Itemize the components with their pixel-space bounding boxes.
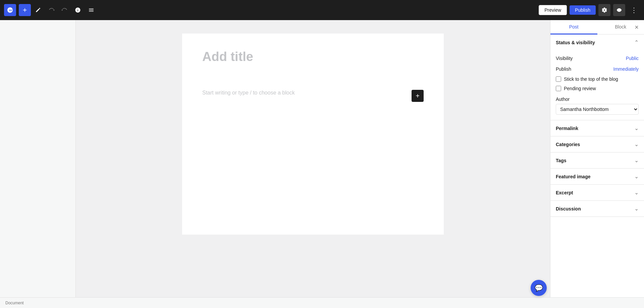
section-featured-image-title: Featured image [556,174,590,179]
section-status-visibility-content: Visibility Public Publish Immediately St… [550,50,644,120]
publish-value[interactable]: Immediately [613,66,639,72]
edit-button[interactable] [32,4,44,16]
settings-button[interactable] [598,4,610,16]
panel-tabs: Post Block × [550,20,644,35]
author-select[interactable]: Samantha Northbottom Admin Editor [556,104,639,115]
author-section: Author Samantha Northbottom Admin Editor [556,97,639,115]
post-title-input[interactable] [202,50,424,78]
visibility-label: Visibility [556,56,573,61]
publish-row: Publish Immediately [556,64,639,74]
section-categories: Categories ⌄ [550,136,644,152]
document-label: Document [5,301,24,305]
info-button[interactable] [72,4,84,16]
undo-redo-group [46,4,70,16]
section-featured-image-header[interactable]: Featured image ⌄ [550,169,644,184]
plus-icon: + [416,93,420,99]
preview-button[interactable]: Preview [539,5,567,15]
section-excerpt-title: Excerpt [556,190,573,195]
body-placeholder[interactable]: Start writing or type / to choose a bloc… [202,90,406,96]
right-panel: Post Block × Status & visibility ⌃ Visib… [550,20,644,297]
wp-logo[interactable] [4,4,16,16]
redo-button[interactable] [58,4,70,16]
section-categories-title: Categories [556,142,580,147]
section-discussion: Discussion ⌄ [550,201,644,217]
stick-to-top-checkbox[interactable] [556,76,561,82]
chevron-down-icon: ⌄ [634,189,639,196]
main-layout: Start writing or type / to choose a bloc… [0,20,644,297]
stick-to-top-label[interactable]: Stick to the top of the blog [564,76,618,82]
editor-area: Start writing or type / to choose a bloc… [76,20,550,297]
section-discussion-title: Discussion [556,206,581,211]
pending-review-label[interactable]: Pending review [564,86,596,91]
close-panel-button[interactable]: × [632,22,641,32]
publish-label: Publish [556,66,571,72]
chevron-down-icon: ⌄ [634,125,639,131]
chevron-down-icon: ⌄ [634,157,639,164]
section-permalink-header[interactable]: Permalink ⌄ [550,120,644,136]
section-status-visibility-header[interactable]: Status & visibility ⌃ [550,35,644,50]
author-label: Author [556,97,639,102]
add-block-inline-button[interactable]: + [412,90,424,102]
help-chat-button[interactable]: 💬 [531,280,547,296]
section-discussion-header[interactable]: Discussion ⌄ [550,201,644,217]
section-featured-image: Featured image ⌄ [550,169,644,185]
toolbar-right: Preview Publish ⋮ [539,4,640,16]
publish-button[interactable]: Publish [570,5,596,15]
more-options-button[interactable]: ⋮ [628,4,640,16]
section-status-visibility-title: Status & visibility [556,40,595,45]
add-block-toolbar-button[interactable] [19,4,31,16]
section-tags-header[interactable]: Tags ⌄ [550,152,644,168]
chat-icon: 💬 [535,284,543,292]
undo-button[interactable] [46,4,58,16]
chevron-down-icon: ⌄ [634,173,639,180]
section-status-visibility: Status & visibility ⌃ Visibility Public … [550,35,644,120]
section-categories-header[interactable]: Categories ⌄ [550,136,644,152]
section-tags: Tags ⌄ [550,152,644,169]
tab-post[interactable]: Post [550,20,597,35]
chevron-down-icon: ⌄ [634,205,639,212]
section-permalink: Permalink ⌄ [550,120,644,136]
stick-to-top-row: Stick to the top of the blog [556,74,639,84]
editor-content: Start writing or type / to choose a bloc… [182,34,444,235]
toolbar-left [4,4,97,16]
view-button[interactable] [613,4,625,16]
toolbar: Preview Publish ⋮ [0,0,644,20]
visibility-row: Visibility Public [556,53,639,64]
section-tags-title: Tags [556,158,567,163]
section-permalink-title: Permalink [556,126,578,131]
section-excerpt-header[interactable]: Excerpt ⌄ [550,185,644,200]
pending-review-row: Pending review [556,84,639,93]
pending-review-checkbox[interactable] [556,86,561,91]
chevron-down-icon: ⌄ [634,141,639,147]
left-sidebar [0,20,76,297]
body-area: Start writing or type / to choose a bloc… [202,90,424,102]
chevron-up-icon: ⌃ [634,39,639,46]
section-excerpt: Excerpt ⌄ [550,185,644,201]
visibility-value[interactable]: Public [626,56,639,61]
list-view-button[interactable] [85,4,97,16]
status-bar: Document [0,297,644,308]
